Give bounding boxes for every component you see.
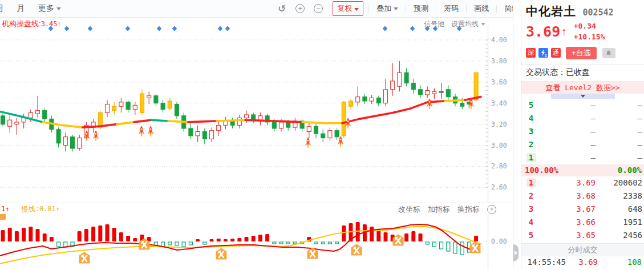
tick-trades-header: 分时成交 — [521, 243, 644, 256]
chips-button[interactable]: 筹码 — [436, 3, 466, 14]
rocket-signal-icon — [148, 126, 154, 138]
stock-chart-app: 周 月 更多 ↺ + − 复权 叠加 预测 筹码 画线 简约 隐藏>> — [0, 0, 644, 270]
undo-icon[interactable]: ↺ — [273, 4, 291, 14]
ask-levels: 5——4——3——2——1—— — [521, 99, 644, 164]
svg-text:4.00: 4.00 — [491, 36, 507, 44]
buy-ratio: 100.00% — [525, 166, 558, 175]
collapse-panel-handle[interactable] — [513, 244, 519, 261]
period-tabs: 周 月 更多 — [0, 0, 61, 17]
fuquan-button[interactable]: 复权 — [333, 1, 363, 16]
rocket-signal-icon — [139, 126, 145, 138]
tick-trades-list: 14:55:453.69108:483.6918:513.6950 — [521, 256, 644, 270]
svg-text:3.20: 3.20 — [491, 120, 507, 128]
sub-indicator-actions: 改坐标 加指标 换指标 × — [398, 204, 496, 215]
bid-row[interactable]: 23.682338 — [521, 190, 644, 203]
tool-signal-icon — [140, 239, 149, 249]
chevron-down-icon — [481, 23, 485, 28]
ask-row[interactable]: 1—— — [521, 151, 644, 164]
ask-row[interactable]: 3—— — [521, 125, 644, 138]
svg-text:2.80: 2.80 — [491, 162, 507, 170]
svg-text:3.00: 3.00 — [491, 142, 507, 150]
last-price: 3.69 — [526, 23, 560, 40]
tool-signal-icon — [394, 235, 403, 245]
level2-link[interactable]: 查看 Level2 数据>> — [521, 82, 644, 94]
rocket-signal-icon — [305, 138, 311, 149]
svg-text:0.00: 0.00 — [491, 237, 507, 245]
switch-indicator-button[interactable]: 换指标 — [457, 204, 480, 215]
main-indicator-label: 机构操盘线:3.45↑ — [2, 19, 61, 29]
stock-code: 002542 — [582, 7, 613, 18]
main-candlestick-chart[interactable]: 4.003.803.603.403.203.002.802.60 — [0, 25, 513, 203]
bid-levels: 13.6920060223.68233833.6764843.66195153.… — [521, 176, 644, 242]
zoom-in-icon[interactable]: + — [295, 4, 305, 13]
change-amount: +0.34 — [574, 21, 605, 32]
signal-pool-button[interactable]: 信号池 — [424, 19, 444, 29]
close-icon[interactable]: × — [487, 205, 496, 214]
chart-toolbar: 周 月 更多 ↺ + − 复权 叠加 预测 筹码 画线 简约 隐藏>> — [0, 0, 513, 18]
svg-text:2.60: 2.60 — [491, 183, 507, 191]
tool-signal-icon — [80, 253, 90, 263]
change-percent: +10.15% — [574, 32, 605, 43]
zoom-out-icon[interactable]: − — [314, 4, 323, 13]
buy-sell-ratio-bar: 100.00% 0.00% — [521, 164, 644, 176]
more-menu[interactable]: 更多 — [38, 3, 61, 14]
tool-signal-icon — [471, 243, 480, 253]
ask-row[interactable]: 5—— — [521, 99, 644, 112]
chevron-down-icon — [394, 7, 398, 13]
tick-trade-row[interactable]: 14:55:453.69108 — [521, 256, 644, 268]
chart-header-right: 信号池 设置均线 — [424, 19, 485, 29]
tool-signal-icon — [217, 249, 226, 259]
price-change: +0.34 +10.15% — [574, 21, 605, 43]
alert-bell-button[interactable] — [602, 48, 615, 58]
tab-week[interactable]: 周 — [0, 3, 3, 14]
draw-line-button[interactable]: 画线 — [467, 3, 496, 14]
tong-badge: 通 — [551, 48, 561, 58]
rocket-signal-icon — [427, 99, 433, 110]
add-watchlist-button[interactable]: +自选 — [566, 47, 597, 59]
quote-panel: 中化岩土 002542 3.69 ↑ +0.34 +10.15% 深 1 通 +… — [521, 0, 644, 270]
rocket-signal-icon — [93, 131, 99, 142]
predict-button[interactable]: 预测 — [406, 3, 436, 14]
panel-divider — [513, 0, 521, 270]
tool-signal-icon — [352, 245, 362, 255]
change-coord-button[interactable]: 改坐标 — [398, 204, 420, 215]
rocket-signal-icon — [338, 136, 344, 148]
lightning-badge: 1 — [538, 48, 548, 58]
tool-signal-icon — [308, 248, 318, 259]
ask-row[interactable]: 4—— — [521, 112, 644, 125]
up-arrow-icon: ↑ — [561, 26, 567, 38]
orderbook-expand-handle[interactable] — [551, 94, 615, 99]
trade-status: 交易状态：已收盘 — [521, 65, 644, 82]
stock-name: 中化岩土 — [526, 5, 576, 18]
svg-text:3.40: 3.40 — [491, 99, 507, 107]
sub-indicator-chart[interactable]: 0.00 — [0, 214, 513, 270]
add-indicator-button[interactable]: 加指标 — [428, 204, 450, 215]
bid-row[interactable]: 13.69200602 — [521, 176, 644, 190]
bid-row[interactable]: 33.67648 — [521, 203, 644, 216]
svg-text:3.60: 3.60 — [491, 78, 507, 86]
sub-indicator-label: 1↑ 慢线:0.01↑ — [1, 204, 60, 214]
tick-trade-row[interactable]: :483.6918 — [521, 268, 644, 270]
shenzhen-badge: 深 — [526, 48, 536, 58]
tab-month[interactable]: 月 — [17, 3, 25, 14]
ask-row[interactable]: 2—— — [521, 138, 644, 151]
bell-icon — [605, 50, 612, 57]
sell-ratio: 0.00% — [618, 166, 642, 175]
chevron-down-icon — [354, 8, 359, 13]
overlay-button[interactable]: 叠加 — [369, 3, 406, 14]
chevron-down-icon — [56, 7, 61, 13]
svg-text:3.80: 3.80 — [491, 57, 507, 65]
panel-separator — [0, 203, 513, 203]
ma-settings-button[interactable]: 设置均线 — [451, 19, 485, 29]
bid-row[interactable]: 53.652456 — [521, 229, 644, 242]
bid-row[interactable]: 43.661951 — [521, 216, 644, 229]
